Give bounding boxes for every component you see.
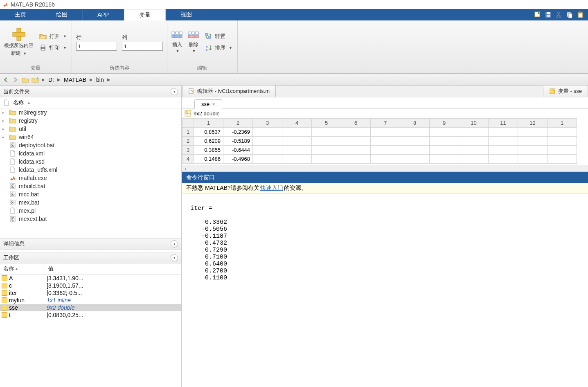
workspace-row[interactable]: A[3.3431,1.90... <box>0 274 181 282</box>
open-button[interactable]: 打开▼ <box>38 32 68 41</box>
save-icon[interactable] <box>545 11 552 18</box>
variable-icon <box>2 290 7 296</box>
details-title: 详细信息 <box>3 240 25 248</box>
toolstrip-tabs: 主页 绘图 APP 变量 视图 <box>0 9 588 20</box>
up-folder-button[interactable] <box>21 76 29 84</box>
variable-tab-strip: sse × <box>182 97 588 109</box>
quick-start-link[interactable]: 快速入门 <box>260 184 283 192</box>
svg-rect-19 <box>172 35 175 38</box>
file-type-icon <box>9 216 16 222</box>
file-type-icon <box>9 166 16 173</box>
breadcrumb: ▶ D: ▶ MATLAB ▶ bin ▶ <box>40 76 110 84</box>
close-icon[interactable]: × <box>212 101 215 107</box>
svg-rect-3 <box>547 15 550 17</box>
svg-rect-24 <box>196 32 198 34</box>
file-item[interactable]: mex.pl <box>0 207 181 215</box>
collapse-button[interactable]: ▾ <box>171 254 178 261</box>
workspace-panel: 工作区 ▾ 名称▲ 值 A[3.3431,1.90...c[3.1900,1.5… <box>0 252 181 387</box>
import-icon[interactable] <box>534 11 541 18</box>
svg-point-40 <box>12 194 14 195</box>
svg-point-34 <box>12 145 14 146</box>
cut-icon[interactable] <box>555 11 563 18</box>
workspace-row[interactable]: iter[0.3362;-0.5... <box>0 289 181 297</box>
document-tabs: 编辑器 - ivCt1compartments.m 变量 - sse <box>182 86 588 97</box>
file-item[interactable]: ▸m3iregistry <box>0 108 181 117</box>
back-button[interactable] <box>2 76 10 84</box>
file-item[interactable]: lcdata_utf8.xml <box>0 166 181 174</box>
svg-rect-17 <box>176 32 178 34</box>
svg-rect-10 <box>579 14 582 17</box>
svg-rect-26 <box>192 35 195 38</box>
file-item[interactable]: matlab.exe <box>0 174 181 182</box>
file-item[interactable]: mex.bat <box>0 198 181 207</box>
tab-home[interactable]: 主页 <box>0 9 41 20</box>
file-list[interactable]: ▸m3iregistry▸registry▸util▸win64deployto… <box>0 108 181 238</box>
new-from-selection-button[interactable]: 根据所选内容 新建 ▼ <box>4 27 34 57</box>
tab-variable[interactable]: 变量 <box>124 9 166 20</box>
command-window-title: 命令行窗口 <box>182 172 588 183</box>
ribbon-group-edit-label: 编辑 <box>167 64 237 73</box>
file-item[interactable]: mbuild.bat <box>0 182 181 190</box>
ribbon: 根据所选内容 新建 ▼ 打开▼ 打印▼ 变量 行 列 <box>0 20 588 74</box>
editor-doc-tab[interactable]: 编辑器 - ivCt1compartments.m <box>182 85 276 97</box>
row-label: 行 <box>76 34 117 41</box>
file-type-icon <box>9 126 16 132</box>
transpose-button[interactable]: 转置 <box>204 32 233 41</box>
ws-value-header[interactable]: 值 <box>45 263 57 274</box>
workspace-row[interactable]: c[3.1900,1.57... <box>0 282 181 289</box>
name-column-header[interactable]: 名称 <box>13 99 24 106</box>
workspace-row[interactable]: t[0.0830,0.25... <box>0 311 181 319</box>
printer-icon <box>39 44 47 52</box>
crumb-drive[interactable]: D: <box>46 76 56 84</box>
command-window: 命令行窗口 不熟悉 MATLAB?请参阅有关快速入门的资源。 iter = 0.… <box>182 171 588 387</box>
file-item[interactable]: lcdata.xml <box>0 149 181 158</box>
tab-view[interactable]: 视图 <box>166 9 207 20</box>
row-input[interactable] <box>76 42 117 51</box>
browse-button[interactable] <box>31 76 39 84</box>
file-item[interactable]: ▸win64 <box>0 133 181 141</box>
sort-icon: az <box>205 44 212 52</box>
insert-cells-icon <box>171 32 183 40</box>
file-item[interactable]: ▸registry <box>0 117 181 125</box>
copy-icon[interactable] <box>566 11 573 18</box>
svg-rect-16 <box>172 32 175 34</box>
delete-button[interactable]: 删除▼ <box>188 32 199 53</box>
sort-button[interactable]: az 排序▼ <box>204 43 233 52</box>
workspace-row[interactable]: myfun1x1 inline <box>0 297 181 304</box>
svg-rect-29 <box>208 36 211 38</box>
expand-button[interactable]: ▴ <box>171 240 178 248</box>
crumb-matlab[interactable]: MATLAB <box>61 76 89 84</box>
horizontal-scrollbar[interactable]: ‹ <box>182 165 588 171</box>
svg-rect-22 <box>188 32 191 34</box>
print-button[interactable]: 打印▼ <box>38 43 68 52</box>
svg-rect-21 <box>179 35 182 38</box>
file-item[interactable]: ▸util <box>0 125 181 133</box>
insert-button[interactable]: 插入▼ <box>171 32 183 53</box>
tab-apps[interactable]: APP <box>83 9 124 20</box>
app-title: MATLAB R2016b <box>11 1 55 8</box>
file-item[interactable]: mexext.bat <box>0 215 181 223</box>
getting-started-hint: 不熟悉 MATLAB?请参阅有关快速入门的资源。 <box>182 183 588 194</box>
address-bar: ▶ D: ▶ MATLAB ▶ bin ▶ <box>0 74 588 86</box>
forward-button[interactable] <box>11 76 20 84</box>
ws-name-header[interactable]: 名称▲ <box>0 263 45 274</box>
file-item[interactable]: lcdata.xsd <box>0 158 181 166</box>
svg-point-46 <box>12 218 14 220</box>
grid-icon <box>185 110 191 117</box>
workspace-row[interactable]: sse9x2 double <box>0 304 181 311</box>
svg-rect-15 <box>41 49 45 51</box>
workspace-list[interactable]: A[3.3431,1.90...c[3.1900,1.57...iter[0.3… <box>0 274 181 387</box>
variable-icon <box>2 297 7 303</box>
crumb-bin[interactable]: bin <box>94 76 106 84</box>
variable-grid[interactable]: 123456789101112110.8537-0.236920.6209-0.… <box>182 118 588 171</box>
file-item[interactable]: mcc.bat <box>0 190 181 198</box>
collapse-button[interactable]: ▾ <box>171 88 178 95</box>
command-output[interactable]: iter = 0.3362 -0.5056 -0.1187 0.4732 0.7… <box>182 194 588 387</box>
file-type-icon <box>9 142 16 148</box>
col-input[interactable] <box>122 42 163 51</box>
tab-plots[interactable]: 绘图 <box>41 9 83 20</box>
variable-doc-tab[interactable]: 变量 - sse <box>543 85 588 97</box>
paste-icon[interactable] <box>577 11 584 18</box>
file-item[interactable]: deploytool.bat <box>0 141 181 149</box>
variable-tab-sse[interactable]: sse × <box>194 99 222 109</box>
